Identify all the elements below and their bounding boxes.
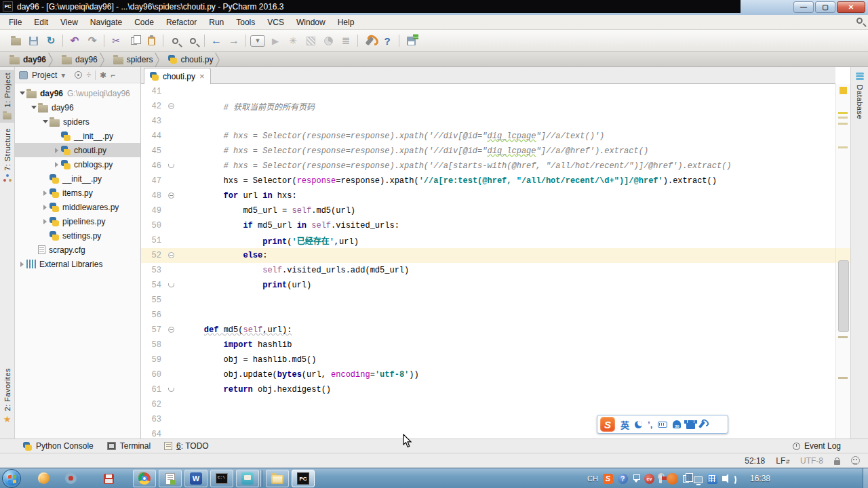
caret-position[interactable]: 52:18	[745, 456, 765, 466]
breadcrumb-item-day96[interactable]: day96	[56, 52, 100, 67]
tree-expand-icon[interactable]	[18, 92, 26, 95]
tool-strip-database[interactable]: Database	[851, 70, 868, 122]
collapse-all-icon[interactable]: ÷	[86, 70, 91, 80]
paint-icon[interactable]	[38, 472, 50, 484]
save-and-sync-icon[interactable]	[403, 33, 418, 48]
menu-item-view[interactable]: View	[54, 16, 84, 29]
pin-lines-icon[interactable]: ≣	[338, 33, 353, 48]
run-icon[interactable]: ▶	[268, 33, 283, 48]
floppy-tool-icon[interactable]	[104, 474, 114, 484]
gear-icon[interactable]: ✱	[100, 70, 106, 80]
tree-expand-icon[interactable]	[41, 205, 50, 210]
help-icon[interactable]: ?	[380, 33, 395, 48]
tree-expand-icon[interactable]	[41, 190, 50, 196]
close-button[interactable]: ✕	[837, 1, 865, 13]
chevron-down-icon[interactable]: ▾	[61, 70, 65, 80]
menu-item-code[interactable]: Code	[128, 16, 160, 29]
taskbar-app-cmd[interactable]: C:\	[210, 470, 233, 487]
tool-button-todo[interactable]: 6: TODO	[157, 439, 216, 453]
breadcrumb-item-choutipy[interactable]: chouti.py	[163, 52, 216, 67]
tree-item-__init__py[interactable]: __init__.py	[15, 171, 140, 186]
taskbar-app-pycharm[interactable]: PC	[292, 470, 315, 487]
save-all-icon[interactable]	[26, 33, 41, 48]
tree-item-cnblogspy[interactable]: cnblogs.py	[15, 157, 140, 171]
media-player-icon[interactable]	[65, 472, 77, 484]
sogou-icon[interactable]: S	[603, 474, 613, 484]
tool-strip-structure[interactable]: 7: Structure	[0, 125, 14, 185]
copy-icon[interactable]	[126, 33, 141, 48]
minimize-button[interactable]: —	[793, 1, 814, 13]
forward-icon[interactable]: →	[226, 33, 241, 48]
paste-icon[interactable]	[144, 33, 159, 48]
lang-toggle-icon[interactable]: 英	[620, 418, 629, 431]
breadcrumb-item-day96[interactable]: day96	[4, 52, 49, 67]
taskbar-app-word[interactable]: W	[184, 470, 208, 487]
stripe-mark[interactable]	[838, 377, 848, 379]
taskbar-app-messenger[interactable]	[236, 470, 259, 487]
tree-item-spiders[interactable]: spiders	[15, 115, 140, 129]
tree-expand-icon[interactable]	[18, 262, 26, 267]
tree-expand-icon[interactable]	[52, 162, 61, 167]
network-tray-icon[interactable]	[694, 476, 703, 483]
volume-tray-icon[interactable]	[722, 476, 726, 481]
debug-icon[interactable]: ✳	[285, 33, 300, 48]
tree-item-middlewarespy[interactable]: middlewares.py	[15, 200, 140, 214]
tree-item-day96[interactable]: day96	[15, 100, 140, 115]
replace-icon[interactable]	[185, 33, 200, 48]
breadcrumb-item-spiders[interactable]: spiders	[108, 52, 156, 67]
editor-scrollbar[interactable]	[835, 84, 850, 439]
stripe-mark[interactable]	[838, 146, 848, 148]
tree-item-settingspy[interactable]: settings.py	[15, 228, 140, 243]
taskbar-app-explorer[interactable]	[266, 470, 289, 487]
tree-expand-icon[interactable]	[41, 219, 50, 224]
tree-item-scrapycfg[interactable]: scrapy.cfg	[15, 243, 140, 257]
expand-tray-icon[interactable]	[633, 474, 639, 483]
stripe-mark[interactable]	[838, 117, 848, 119]
tree-item-choutipy[interactable]: chouti.py	[15, 143, 140, 157]
tree-expand-icon[interactable]	[52, 148, 61, 153]
undo-icon[interactable]: ↶	[67, 33, 82, 48]
menu-item-run[interactable]: Run	[203, 16, 230, 29]
run-coverage-icon[interactable]	[303, 33, 318, 48]
tree-expand-icon[interactable]	[41, 120, 50, 123]
fold-marker-icon[interactable]	[168, 388, 174, 392]
lang-indicator-icon[interactable]: CH	[587, 474, 598, 483]
menu-item-file[interactable]: File	[3, 16, 28, 29]
tree-item-ExternalLibraries[interactable]: External Libraries	[15, 257, 140, 271]
im-tray-icon[interactable]	[707, 474, 717, 484]
profiler-icon[interactable]	[321, 33, 336, 48]
key-tray-icon[interactable]	[659, 474, 662, 483]
back-icon[interactable]: ←	[209, 33, 224, 48]
skin-shirt-icon[interactable]	[686, 420, 695, 429]
fold-marker-icon[interactable]	[168, 327, 174, 333]
stripe-mark[interactable]	[838, 123, 848, 125]
help-tray-icon[interactable]: ?	[618, 474, 628, 484]
menu-item-refactor[interactable]: Refactor	[160, 16, 203, 29]
stack-tray-icon[interactable]	[683, 475, 689, 483]
tool-strip-project[interactable]: 1: Project	[0, 70, 14, 123]
code-editor[interactable]: 4142 # 获取当前页的所有页码4344 # hxs = Selector(r…	[141, 84, 835, 439]
sogou-logo-icon[interactable]: S	[600, 417, 615, 432]
ev-tray-icon[interactable]: ev	[644, 474, 654, 484]
fold-marker-icon[interactable]	[168, 252, 174, 258]
settings-wrench-icon[interactable]	[701, 421, 703, 428]
stripe-mark[interactable]	[838, 112, 848, 114]
orange-tray-icon[interactable]	[667, 473, 678, 485]
lock-icon[interactable]	[834, 460, 840, 465]
synchronize-icon[interactable]: ↻	[43, 33, 58, 48]
menu-item-vcs[interactable]: VCS	[261, 16, 290, 29]
show-desktop-button[interactable]	[863, 468, 868, 488]
soft-keyboard-icon[interactable]	[658, 422, 667, 428]
fold-marker-icon[interactable]	[168, 103, 174, 109]
menu-item-navigate[interactable]: Navigate	[84, 16, 128, 29]
tool-button-eventlog[interactable]: Event Log	[786, 439, 848, 453]
close-tab-icon[interactable]: ×	[199, 72, 205, 81]
tree-expand-icon[interactable]	[29, 106, 38, 109]
search-icon[interactable]	[856, 18, 863, 24]
locate-target-icon[interactable]	[75, 71, 82, 79]
inspector-hector-icon[interactable]	[851, 456, 860, 465]
menu-item-help[interactable]: Help	[332, 16, 361, 29]
run-config-dropdown-icon[interactable]: ▼	[250, 33, 265, 48]
fold-marker-icon[interactable]	[168, 164, 174, 168]
fold-marker-icon[interactable]	[168, 192, 174, 199]
